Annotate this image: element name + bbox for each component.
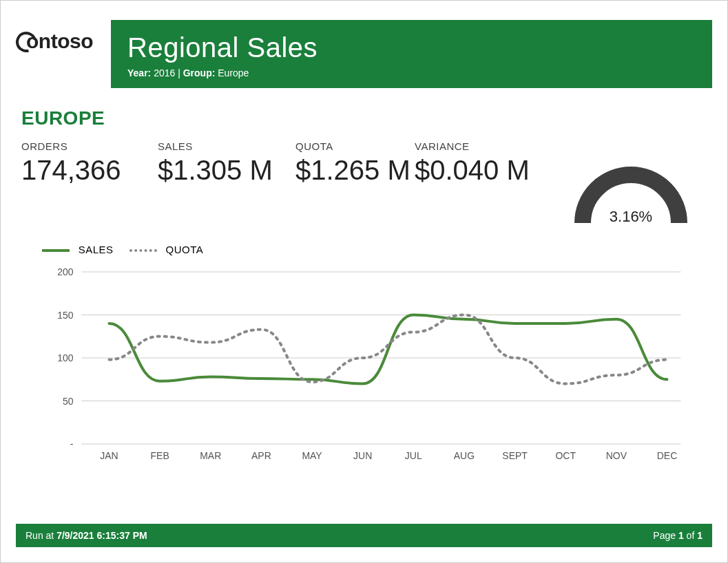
page-of: of <box>684 530 697 541</box>
footer-page: Page 1 of 1 <box>653 530 703 541</box>
region-heading: EUROPE <box>1 88 727 136</box>
x-tick-label: NOV <box>606 450 627 461</box>
metric-sales: SALES $1.305 M <box>158 140 295 186</box>
title-banner: Regional Sales Year: 2016 | Group: Europ… <box>111 20 712 88</box>
header-row: ontoso Regional Sales Year: 2016 | Group… <box>1 1 727 88</box>
orders-value: 174,366 <box>21 155 158 186</box>
x-tick-label: JUL <box>405 450 422 461</box>
series-sales <box>110 315 667 384</box>
y-tick-label: 150 <box>57 310 74 321</box>
page-total: 1 <box>697 530 703 541</box>
x-tick-label: APR <box>251 450 271 461</box>
y-tick-label: 200 <box>57 266 74 277</box>
metrics-row: ORDERS 174,366 SALES $1.305 M QUOTA $1.2… <box>1 136 727 230</box>
page-prefix: Page <box>653 530 678 541</box>
y-tick-label: - <box>70 438 74 449</box>
x-tick-label: AUG <box>454 450 475 461</box>
page-title: Regional Sales <box>127 32 696 63</box>
chart-legend: SALES QUOTA <box>21 244 707 258</box>
group-label: Group: <box>183 67 216 78</box>
x-tick-label: OCT <box>555 450 576 461</box>
x-tick-label: JAN <box>100 450 118 461</box>
chart-container: SALES QUOTA -50100150200JANFEBMARAPRMAYJ… <box>1 230 727 471</box>
legend-quota-line-icon <box>129 249 157 252</box>
y-tick-label: 100 <box>57 352 74 363</box>
logo-container: ontoso <box>16 20 111 53</box>
gauge-percent: 3.16% <box>569 208 693 226</box>
legend-sales-line-icon <box>42 249 70 252</box>
year-label: Year: <box>127 67 151 78</box>
x-tick-label: SEPT <box>502 450 528 461</box>
x-tick-label: DEC <box>657 450 678 461</box>
metric-quota: QUOTA $1.265 M <box>295 140 415 186</box>
line-chart: -50100150200JANFEBMARAPRMAYJUNJULAUGSEPT… <box>21 258 707 471</box>
variance-gauge: 3.16% <box>569 161 693 230</box>
quota-value: $1.265 M <box>295 155 415 186</box>
footer-run: Run at 7/9/2021 6:15:37 PM <box>25 530 147 541</box>
year-value: 2016 <box>154 67 175 78</box>
sales-value: $1.305 M <box>158 155 295 186</box>
gauge-container: 3.16% <box>569 140 707 230</box>
x-tick-label: FEB <box>151 450 169 461</box>
footer-bar: Run at 7/9/2021 6:15:37 PM Page 1 of 1 <box>16 524 712 547</box>
chart-area: -50100150200JANFEBMARAPRMAYJUNJULAUGSEPT… <box>21 258 707 471</box>
y-tick-label: 50 <box>63 396 74 407</box>
legend-sales-label: SALES <box>79 244 114 255</box>
sales-label: SALES <box>158 140 295 152</box>
variance-value: $0.040 M <box>415 155 559 186</box>
x-tick-label: MAR <box>200 450 221 461</box>
run-prefix: Run at <box>25 530 56 541</box>
contoso-logo: ontoso <box>16 30 111 53</box>
x-tick-label: MAY <box>302 450 322 461</box>
legend-quota-label: QUOTA <box>166 244 204 255</box>
metric-variance: VARIANCE $0.040 M <box>415 140 559 186</box>
page-current: 1 <box>678 530 684 541</box>
banner-subtitle: Year: 2016 | Group: Europe <box>127 67 696 78</box>
orders-label: ORDERS <box>21 140 158 152</box>
metric-orders: ORDERS 174,366 <box>21 140 158 186</box>
x-tick-label: JUN <box>353 450 372 461</box>
run-timestamp: 7/9/2021 6:15:37 PM <box>56 530 147 541</box>
quota-label: QUOTA <box>295 140 415 152</box>
variance-label: VARIANCE <box>415 140 559 152</box>
group-value: Europe <box>218 67 249 78</box>
